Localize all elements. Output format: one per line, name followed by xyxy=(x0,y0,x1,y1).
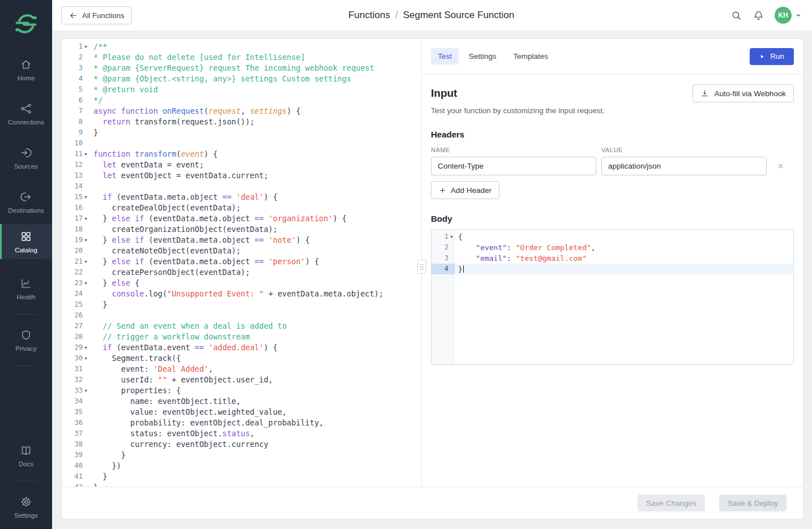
line-number: 1▾ xyxy=(431,231,455,242)
sidebar-item-sources[interactable]: Sources xyxy=(0,136,52,180)
fold-arrow-icon[interactable]: ▾ xyxy=(83,235,89,246)
fold-arrow-icon[interactable]: ▾ xyxy=(83,149,89,160)
test-panel-tabs: TestSettingsTemplates xyxy=(431,48,555,64)
fold-arrow-icon[interactable]: ▾ xyxy=(83,353,89,364)
all-functions-button[interactable]: All Functions xyxy=(61,6,132,24)
code-line-24[interactable]: 24 console.log("Unsupported Event: " + e… xyxy=(62,289,421,299)
header-value-input[interactable] xyxy=(601,157,767,175)
code-line-16[interactable]: 16 createDealObject(eventData); xyxy=(62,203,421,213)
code-line-18[interactable]: 18 createOrganizationObject(eventData); xyxy=(62,224,421,235)
line-number: 17▾ xyxy=(62,213,89,224)
line-number: 9 xyxy=(62,127,89,138)
code-line-2[interactable]: 2 "event": "Order Completed", xyxy=(431,242,793,253)
fold-arrow-icon[interactable]: ▾ xyxy=(83,342,89,353)
code-line-36[interactable]: 36 probability: eventObject.deal_probabi… xyxy=(62,418,421,428)
code-lines: 1▾/**2* Please do not delete [used for I… xyxy=(62,39,421,487)
line-number: 22 xyxy=(62,267,89,278)
sidebar-item-health[interactable]: Health xyxy=(0,266,52,311)
code-line-32[interactable]: 32 userId: "" + eventObject.user_id, xyxy=(62,375,421,385)
code-line-37[interactable]: 37 status: eventObject.status, xyxy=(62,428,421,439)
code-line-34[interactable]: 34 name: eventObject.title, xyxy=(62,396,421,407)
code-line-5[interactable]: 5* @return void xyxy=(62,84,421,95)
code-line-40[interactable]: 40 }) xyxy=(62,461,421,471)
code-line-6[interactable]: 6*/ xyxy=(62,95,421,106)
code-line-11[interactable]: 11▾function transform(event) { xyxy=(62,149,421,160)
autofill-webhook-button[interactable]: Auto-fill via Webhook xyxy=(693,84,794,102)
code-line-23[interactable]: 23▾ } else { xyxy=(62,278,421,289)
fold-arrow-icon[interactable]: ▾ xyxy=(83,41,89,52)
sidebar-item-docs[interactable]: Docs xyxy=(0,433,52,478)
sidebar-item-connections[interactable]: Connections xyxy=(0,92,52,136)
sidebar-item-label: Docs xyxy=(19,461,33,467)
code-line-2[interactable]: 2* Please do not delete [used for Intell… xyxy=(62,52,421,63)
code-line-22[interactable]: 22 createPersonObject(eventData); xyxy=(62,267,421,278)
account-menu[interactable]: KH xyxy=(775,7,802,24)
code-line-28[interactable]: 28 // trigger a workflow downstream xyxy=(62,332,421,342)
destinations-icon xyxy=(20,191,32,203)
code-line-42[interactable]: 42} xyxy=(62,482,421,487)
fold-arrow-icon[interactable]: ▾ xyxy=(83,213,89,224)
code-line-7[interactable]: 7async function onRequest(request, setti… xyxy=(62,106,421,117)
tab-settings[interactable]: Settings xyxy=(462,48,503,64)
code-line-26[interactable]: 26 xyxy=(62,310,421,321)
code-line-31[interactable]: 31 event: 'Deal Added', xyxy=(62,364,421,375)
line-number: 42 xyxy=(62,482,89,487)
code-line-19[interactable]: 19▾ } else if (eventData.meta.object == … xyxy=(62,235,421,246)
code-line-3[interactable]: 3 "email": "test@gmail.com" xyxy=(431,253,793,264)
code-line-4[interactable]: 4* @param {Object.<string, any>} setting… xyxy=(62,74,421,84)
code-line-10[interactable]: 10 xyxy=(62,138,421,149)
add-header-button[interactable]: Add Header xyxy=(431,181,499,199)
sidebar-item-settings[interactable]: Settings xyxy=(0,485,52,529)
fold-arrow-icon[interactable]: ▾ xyxy=(448,231,455,242)
code-line-29[interactable]: 29▾ if (eventData.event == 'added.deal')… xyxy=(62,342,421,353)
plus-icon xyxy=(439,187,446,194)
code-editor[interactable]: 1▾/**2* Please do not delete [used for I… xyxy=(62,39,422,487)
code-line-25[interactable]: 25 } xyxy=(62,299,421,310)
code-line-9[interactable]: 9} xyxy=(62,127,421,138)
code-line-21[interactable]: 21▾ } else if (eventData.meta.object == … xyxy=(62,256,421,267)
search-icon[interactable] xyxy=(730,10,742,21)
code-line-35[interactable]: 35 value: eventObject.weighted_value, xyxy=(62,407,421,418)
sidebar-item-destinations[interactable]: Destinations xyxy=(0,180,52,224)
tab-templates[interactable]: Templates xyxy=(507,48,555,64)
save-changes-button[interactable]: Save Changes xyxy=(638,494,705,511)
tab-test[interactable]: Test xyxy=(431,48,459,64)
code-line-13[interactable]: 13 let eventObject = eventData.current; xyxy=(62,170,421,181)
pane-resize-handle[interactable] xyxy=(417,260,426,274)
segment-logo[interactable] xyxy=(0,0,52,48)
breadcrumb-functions[interactable]: Functions xyxy=(348,10,390,21)
run-button[interactable]: Run xyxy=(750,48,794,65)
sidebar-item-privacy[interactable]: Privacy xyxy=(0,318,52,362)
code-line-3[interactable]: 3* @param {ServerRequest} request The in… xyxy=(62,63,421,74)
notifications-bell-icon[interactable] xyxy=(753,10,764,21)
code-line-38[interactable]: 38 currency: eventObject.currency xyxy=(62,439,421,450)
fold-arrow-icon[interactable]: ▾ xyxy=(83,256,89,267)
sidebar-item-home[interactable]: Home xyxy=(0,48,52,92)
code-line-4[interactable]: 4} xyxy=(431,264,793,274)
code-line-20[interactable]: 20 createNoteObject(eventData); xyxy=(62,246,421,256)
save-deploy-button[interactable]: Save & Deploy xyxy=(719,494,787,511)
code-line-1[interactable]: 1▾{ xyxy=(431,231,793,242)
fold-arrow-icon[interactable]: ▾ xyxy=(83,278,89,289)
body-editor[interactable]: 1▾{2 "event": "Order Completed",3 "email… xyxy=(431,229,794,365)
code-line-27[interactable]: 27 // Send an event when a deal is added… xyxy=(62,321,421,332)
header-rows xyxy=(431,157,794,175)
code-line-41[interactable]: 41 } xyxy=(62,471,421,482)
code-line-1[interactable]: 1▾/** xyxy=(62,41,421,52)
sidebar-item-catalog[interactable]: Catalog xyxy=(0,224,52,259)
fold-arrow-icon[interactable]: ▾ xyxy=(83,385,89,396)
body-section-title: Body xyxy=(431,214,794,223)
code-line-8[interactable]: 8 return transform(request.json()); xyxy=(62,117,421,127)
code-line-39[interactable]: 39 } xyxy=(62,450,421,461)
code-line-12[interactable]: 12 let eventData = event; xyxy=(62,160,421,170)
remove-header-icon[interactable] xyxy=(776,162,785,170)
header-column-labels: NAME VALUE xyxy=(431,147,794,153)
fold-arrow-icon[interactable]: ▾ xyxy=(83,192,89,203)
code-line-33[interactable]: 33▾ properties: { xyxy=(62,385,421,396)
avatar[interactable]: KH xyxy=(775,7,792,24)
code-line-17[interactable]: 17▾ } else if (eventData.meta.object == … xyxy=(62,213,421,224)
code-line-30[interactable]: 30▾ Segment.track({ xyxy=(62,353,421,364)
header-name-input[interactable] xyxy=(431,157,596,175)
code-line-14[interactable]: 14 xyxy=(62,181,421,192)
code-line-15[interactable]: 15▾ if (eventData.meta.object == 'deal')… xyxy=(62,192,421,203)
